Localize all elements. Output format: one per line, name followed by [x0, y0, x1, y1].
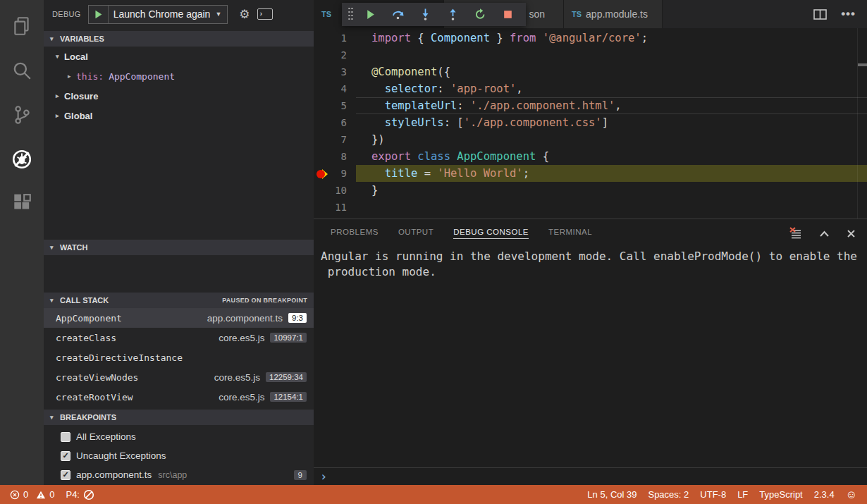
- debug-console-input[interactable]: ›: [314, 467, 867, 485]
- split-editor-icon[interactable]: [813, 9, 827, 20]
- line-content[interactable]: @Component({: [356, 63, 867, 80]
- call-stack-frame[interactable]: AppComponentapp.component.ts9:3: [44, 308, 314, 328]
- code-line[interactable]: 1import { Component } from '@angular/cor…: [314, 30, 867, 47]
- breakpoint-row[interactable]: ✓Uncaught Exceptions: [44, 446, 314, 465]
- call-stack-frame[interactable]: createDirectiveInstance: [44, 348, 314, 367]
- line-number: 10: [335, 182, 347, 199]
- code-token: ]: [602, 116, 608, 129]
- overview-ruler[interactable]: [857, 28, 867, 219]
- code-line[interactable]: 10}: [314, 182, 867, 199]
- editor-gutter[interactable]: 11: [314, 199, 356, 216]
- editor-tab[interactable]: TSapp.module.ts: [564, 0, 663, 28]
- breakpoints-section-header[interactable]: ▾ BREAKPOINTS: [44, 410, 314, 425]
- line-content[interactable]: styleUrls: ['./app.component.css']: [356, 114, 867, 131]
- call-stack-frame[interactable]: createRootViewcore.es5.js12154:1: [44, 387, 314, 407]
- code-line[interactable]: 9 title = 'Hello World';: [314, 165, 867, 182]
- breakpoints-body: All Exceptions✓Uncaught Exceptions✓app.c…: [44, 425, 314, 484]
- chevron-down-icon: ▼: [215, 11, 227, 18]
- explorer-icon[interactable]: [5, 9, 39, 43]
- watch-section-header[interactable]: ▾ WATCH: [44, 240, 314, 255]
- panel-tab-problems[interactable]: PROBLEMS: [321, 219, 388, 247]
- line-content[interactable]: }: [356, 182, 867, 199]
- step-over-button[interactable]: [384, 3, 412, 26]
- configure-gear-icon[interactable]: ⚙: [239, 7, 250, 22]
- line-content[interactable]: [356, 47, 867, 63]
- line-content[interactable]: import { Component } from '@angular/core…: [356, 30, 867, 47]
- variables-section-header[interactable]: ▾ VARIABLES: [44, 31, 314, 47]
- code-line[interactable]: 5 templateUrl: './app.component.html',: [314, 97, 867, 114]
- editor-gutter[interactable]: 9: [314, 165, 356, 182]
- step-into-button[interactable]: [412, 3, 439, 26]
- status-eol[interactable]: LF: [732, 485, 754, 504]
- step-out-button[interactable]: [439, 3, 467, 26]
- breakpoint-checkbox[interactable]: [61, 432, 70, 442]
- line-content[interactable]: templateUrl: './app.component.html',: [356, 97, 867, 114]
- editor-gutter[interactable]: 7: [314, 131, 356, 148]
- start-debug-icon[interactable]: [89, 6, 109, 23]
- call-stack-frame[interactable]: createClasscore.es5.js10997:1: [44, 328, 314, 348]
- editor-gutter[interactable]: 6: [314, 114, 356, 131]
- status-encoding[interactable]: UTF-8: [694, 485, 732, 504]
- close-panel-icon[interactable]: [847, 229, 856, 238]
- breakpoint-checkbox[interactable]: ✓: [61, 470, 70, 480]
- launch-config-select[interactable]: Launch Chrome again ▼: [88, 5, 228, 24]
- code-token: Component: [431, 32, 490, 44]
- more-actions-icon[interactable]: •••: [841, 7, 856, 21]
- feedback-smiley[interactable]: ☺: [840, 485, 863, 504]
- line-content[interactable]: selector: 'app-root',: [356, 80, 867, 97]
- line-content[interactable]: }): [356, 131, 867, 148]
- debug-toolbar: [342, 3, 526, 26]
- restart-button[interactable]: [467, 3, 494, 26]
- editor-gutter[interactable]: 4: [314, 80, 356, 97]
- perforce-status[interactable]: P4:: [60, 485, 100, 504]
- code-line[interactable]: 7}): [314, 131, 867, 148]
- debug-icon[interactable]: [5, 142, 39, 176]
- code-editor[interactable]: 1import { Component } from '@angular/cor…: [314, 28, 867, 219]
- editor-gutter[interactable]: 8: [314, 148, 356, 165]
- editor-gutter[interactable]: 2: [314, 47, 356, 63]
- panel-tab-label: PROBLEMS: [331, 228, 379, 239]
- source-control-icon[interactable]: [5, 98, 39, 132]
- extensions-icon[interactable]: [5, 187, 39, 221]
- code-line[interactable]: 4 selector: 'app-root',: [314, 80, 867, 97]
- call-stack-frame[interactable]: createViewNodescore.es5.js12259:34: [44, 367, 314, 387]
- panel-tab-output[interactable]: OUTPUT: [388, 219, 443, 247]
- code-token: 'Hello World': [437, 167, 522, 180]
- status-cursor-position[interactable]: Ln 5, Col 39: [582, 485, 642, 504]
- editor-gutter[interactable]: 3: [314, 63, 356, 80]
- toolbar-drag-grip[interactable]: [345, 8, 357, 22]
- call-stack-section-header[interactable]: ▾ CALL STACK PAUSED ON BREAKPOINT: [44, 293, 314, 308]
- status-indentation[interactable]: Spaces: 2: [642, 485, 694, 504]
- line-content[interactable]: export class AppComponent {: [356, 148, 867, 165]
- open-debug-console-icon[interactable]: ›: [257, 8, 273, 20]
- code-line[interactable]: 11: [314, 199, 867, 216]
- breakpoint-row[interactable]: All Exceptions: [44, 427, 314, 446]
- breakpoint-row[interactable]: ✓app.component.tssrc\app9: [44, 465, 314, 484]
- clear-console-icon[interactable]: [789, 227, 802, 240]
- status-version[interactable]: 2.3.4: [808, 485, 840, 504]
- variables-scope-row[interactable]: ▸Closure: [44, 86, 314, 106]
- code-line[interactable]: 6 styleUrls: ['./app.component.css']: [314, 114, 867, 131]
- maximize-panel-icon[interactable]: [819, 230, 830, 238]
- breakpoint-checkbox[interactable]: ✓: [61, 451, 70, 461]
- code-token: : [: [444, 116, 464, 129]
- code-line[interactable]: 3@Component({: [314, 63, 867, 80]
- editor-gutter[interactable]: 1: [314, 30, 356, 47]
- panel-tab-bar: PROBLEMSOUTPUTDEBUG CONSOLETERMINAL: [314, 219, 867, 247]
- stop-button[interactable]: [494, 3, 522, 26]
- code-line[interactable]: 2: [314, 47, 867, 63]
- line-content[interactable]: [356, 199, 867, 216]
- variable-row[interactable]: ▸this:AppComponent: [44, 66, 314, 86]
- status-language-mode[interactable]: TypeScript: [754, 485, 808, 504]
- continue-button[interactable]: [357, 3, 384, 26]
- editor-gutter[interactable]: 5: [314, 97, 356, 114]
- panel-tab-debug-console[interactable]: DEBUG CONSOLE: [443, 219, 539, 247]
- code-line[interactable]: 8export class AppComponent {: [314, 148, 867, 165]
- editor-gutter[interactable]: 10: [314, 182, 356, 199]
- line-content[interactable]: title = 'Hello World';: [356, 165, 867, 182]
- panel-tab-terminal[interactable]: TERMINAL: [539, 219, 602, 247]
- problems-status[interactable]: 0 0: [4, 485, 60, 504]
- variables-scope-row[interactable]: ▸Global: [44, 106, 314, 125]
- search-icon[interactable]: [5, 54, 39, 87]
- variables-scope-row[interactable]: ▾Local: [44, 47, 314, 66]
